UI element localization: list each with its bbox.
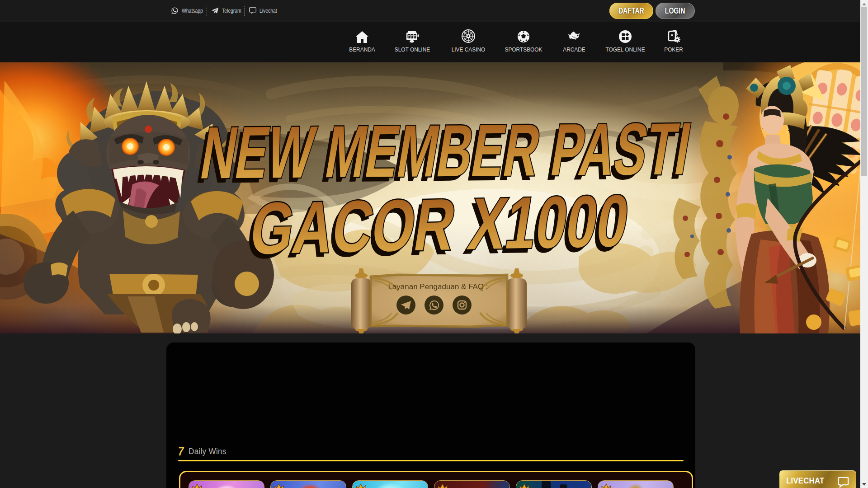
svg-text:7: 7	[411, 35, 413, 38]
svg-text:GACOR X1000: GACOR X1000	[245, 179, 634, 270]
svg-text:Layanan Pengaduan & FAQ :: Layanan Pengaduan & FAQ :	[388, 282, 488, 291]
svg-text:7: 7	[414, 35, 416, 38]
svg-text:7: 7	[408, 35, 410, 38]
